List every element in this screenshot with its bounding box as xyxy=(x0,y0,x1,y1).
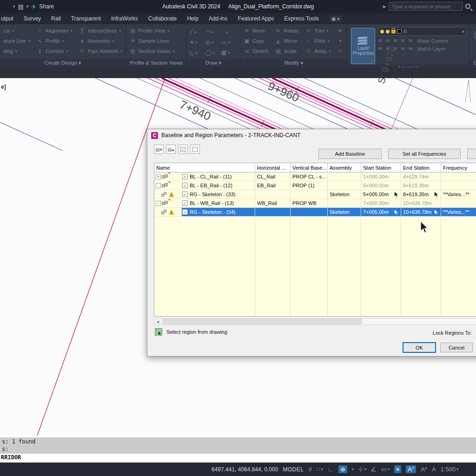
assembly-cell[interactable]: Skeleton xyxy=(328,208,361,216)
snap-mode-icon[interactable]: ∷▾ xyxy=(317,466,323,473)
ribbon-item-section-views[interactable]: ▥Section Views▾ xyxy=(129,47,174,55)
frequency-cell[interactable]: **Varies...** xyxy=(441,190,476,198)
polar-tracking-caret-icon[interactable]: ▾ xyxy=(352,467,354,471)
isodraft-icon[interactable]: ∠ xyxy=(371,466,377,473)
layer-select-dropdown[interactable]: 0 ▾ xyxy=(378,27,466,36)
assembly-cell[interactable] xyxy=(328,172,361,181)
column-header-horizontal-[interactable]: Horizontal ... xyxy=(255,163,291,172)
ribbon-item-alignment[interactable]: ≀Alignment▾ xyxy=(37,27,73,34)
layer-properties-button[interactable]: Layer Properties xyxy=(351,28,375,64)
draw-tool[interactable]: ╱▾ xyxy=(190,29,205,35)
ribbon-item-pipe-network[interactable]: ⊓Pipe Network▾ xyxy=(79,47,122,55)
share-icon[interactable]: ✈ xyxy=(31,3,36,10)
column-header-start-station[interactable]: Start Station xyxy=(361,163,401,172)
scrollbar-thumb[interactable] xyxy=(162,318,362,324)
horizontal-cell[interactable]: CL_Rail xyxy=(255,172,291,181)
panel-label-create-design[interactable]: Create Design ▾ xyxy=(0,59,126,67)
tree-expand-icon[interactable]: - xyxy=(156,201,161,206)
row-name-area[interactable]: ✓RG - Skeleton - (34) xyxy=(182,208,255,216)
vertical-cell[interactable] xyxy=(291,190,328,198)
command-input[interactable]: RRIDOR xyxy=(0,454,476,463)
model-space-toggle[interactable]: MODEL xyxy=(283,466,304,473)
paste-icon[interactable]: ▯ xyxy=(471,27,476,42)
horizontal-cell[interactable]: WB_Rail xyxy=(255,199,291,207)
horizontal-cell[interactable] xyxy=(255,208,291,216)
menu-tab-rail[interactable]: Rail xyxy=(51,15,61,22)
end-station-cell[interactable]: 10+636.78m xyxy=(401,199,441,207)
column-header-frequency[interactable]: Frequency xyxy=(441,163,476,172)
end-station-cell[interactable]: 8+619.35m xyxy=(401,181,441,190)
menu-tab-infraworks[interactable]: InfraWorks xyxy=(111,15,138,22)
panel-label-draw[interactable]: Draw ▾ xyxy=(187,59,240,67)
offset-button[interactable]: ⊂ xyxy=(337,47,344,55)
add-baseline-button[interactable]: Add Baseline xyxy=(318,149,382,159)
column-header-assembly[interactable]: Assembly xyxy=(328,163,361,172)
draw-tool[interactable]: ◌▾ xyxy=(221,29,237,35)
menu-tab-express-tools[interactable]: Express Tools xyxy=(284,15,319,22)
row-name-area[interactable]: ✓BL - EB_Rail - (12) xyxy=(182,181,255,190)
start-station-cell[interactable]: 7+005.00m xyxy=(361,208,401,216)
row-name-area[interactable]: ✓RG - Skeleton - (33) xyxy=(182,190,255,198)
horizontal-cell[interactable]: EB_Rail xyxy=(255,181,291,190)
explode-button[interactable]: ✴ xyxy=(337,37,344,45)
row-checkbox[interactable]: ✓ xyxy=(182,200,188,206)
help-search-input[interactable] xyxy=(389,2,463,11)
ribbon-item-assembly[interactable]: ⋔Assembly▾ xyxy=(79,37,122,45)
ribbon-item-move[interactable]: ✛Move xyxy=(244,27,269,34)
ribbon-item-copy[interactable]: ▣Copy xyxy=(244,37,269,45)
annotation-scale-icon[interactable]: A xyxy=(432,466,436,473)
tree-expand-icon[interactable]: - xyxy=(156,183,161,188)
uncheck-all-icon[interactable] xyxy=(190,145,200,154)
station-picker-icon[interactable] xyxy=(394,209,399,215)
collapse-all-icon[interactable]: ▤▾ xyxy=(154,145,164,154)
row-name-area[interactable]: ✓BL - CL_Rail - (11) xyxy=(182,172,255,181)
row-checkbox[interactable]: ✓ xyxy=(182,174,188,179)
qat-overflow-icon[interactable]: ▾ xyxy=(26,4,29,9)
assembly-cell[interactable]: Skeleton xyxy=(328,190,361,198)
annotation-scale-value[interactable]: 1:500▾ xyxy=(441,466,459,473)
document-icon[interactable]: ▤ xyxy=(18,3,24,10)
tree-expand-icon[interactable]: + xyxy=(156,174,161,179)
ribbon-item-sample-lines[interactable]: ≚Sample Lines xyxy=(129,37,174,45)
start-station-cell[interactable]: 5+005.00m xyxy=(361,190,401,198)
layer-tool-icons[interactable]: ≋ ≋ ≋ ≋ ≋ xyxy=(378,38,413,44)
station-picker-icon[interactable] xyxy=(434,192,439,198)
column-header-vertical-base-[interactable]: Vertical Base... xyxy=(291,163,328,172)
ribbon-item-rotate[interactable]: ↻Rotate xyxy=(275,27,299,34)
ribbon-item-array[interactable]: ⠿Array▾ xyxy=(305,47,331,55)
cancel-button[interactable]: Cancel xyxy=(440,343,473,352)
panel-label-modify[interactable]: Modify ▾ xyxy=(240,59,347,67)
check-all-icon[interactable]: ✓ xyxy=(178,145,188,154)
vertical-cell[interactable]: PROP CL - s... xyxy=(291,172,328,181)
ribbon-item-fillet[interactable]: ◜Fillet▾ xyxy=(305,37,331,45)
chevron-down-icon[interactable]: ▾ xyxy=(462,29,464,34)
selection-cycling-icon[interactable]: ≡ xyxy=(394,465,402,473)
ok-button[interactable]: OK xyxy=(403,343,436,352)
row-checkbox[interactable]: ✓ xyxy=(182,209,188,215)
scroll-left-icon[interactable]: ◂ xyxy=(154,318,161,324)
table-row-baseline[interactable]: -✓BL - WB_Rail - (13)WB_RailPROP WB7+000… xyxy=(154,199,476,208)
dialog-title-bar[interactable]: C Baseline and Region Parameters - 2-TRA… xyxy=(147,129,476,141)
menu-tab-add-ins[interactable]: Add-ins xyxy=(209,15,228,22)
expand-all-icon[interactable]: ▤▴ xyxy=(166,145,176,154)
ribbon-item-cal[interactable]: cal▾ xyxy=(3,27,30,34)
table-row-region[interactable]: ···✓RG - Skeleton - (33)Skeleton5+005.00… xyxy=(154,190,476,199)
ribbon-item-ature-line[interactable]: ature Line▾ xyxy=(3,37,30,45)
vertical-cell[interactable]: PROP (1) xyxy=(291,181,328,190)
horizontal-cell[interactable] xyxy=(255,190,291,198)
frequency-cell[interactable] xyxy=(441,172,476,181)
draw-tool[interactable]: ◯▾ xyxy=(205,49,221,56)
assembly-cell[interactable] xyxy=(328,181,361,190)
object-snap-icon[interactable]: ⊹▾ xyxy=(358,466,366,473)
toolbar-overflow-icon[interactable]: ▣ ▾ xyxy=(329,16,342,22)
match-layer-button[interactable]: Match Layer xyxy=(417,46,446,52)
end-station-cell[interactable]: 10+636.78m xyxy=(401,208,441,216)
panel-label-clipboard[interactable]: Cli xyxy=(469,59,476,67)
draw-tool[interactable]: ◺▾ xyxy=(190,49,205,56)
search-expand-icon[interactable]: ▶ xyxy=(383,4,386,9)
command-history[interactable]: s: 1 found s: xyxy=(0,437,476,454)
erase-button[interactable]: ✒ xyxy=(337,27,344,34)
panel-label-profile-section-views[interactable]: Profile & Section Views xyxy=(126,59,186,67)
auto-scale-icon[interactable]: A* xyxy=(421,466,427,473)
start-station-cell[interactable]: 7+000.00m xyxy=(361,199,401,207)
